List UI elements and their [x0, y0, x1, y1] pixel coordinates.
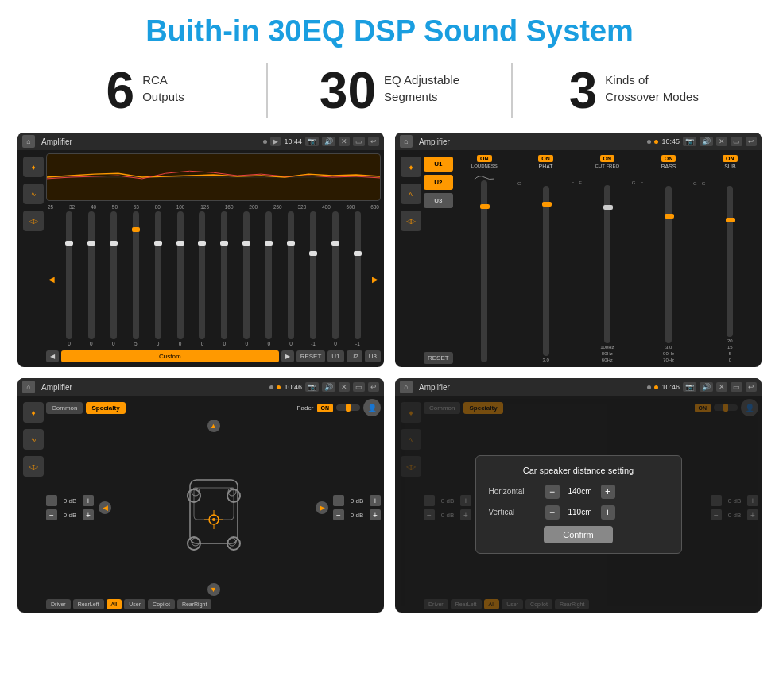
- ch-sub-slider[interactable]: [727, 186, 733, 337]
- dialog-vertical-minus[interactable]: −: [545, 505, 560, 520]
- back-icon-1[interactable]: ↩: [368, 137, 379, 146]
- eq-slider-4[interactable]: 0: [148, 211, 169, 346]
- eq-u2-btn[interactable]: U2: [347, 350, 362, 362]
- eq-slider-7[interactable]: 0: [214, 211, 234, 346]
- ch-cutfreq-slider[interactable]: [604, 185, 610, 343]
- ch-phat-on[interactable]: ON: [538, 155, 553, 162]
- vol-minus-2[interactable]: −: [333, 495, 344, 506]
- fader-main-panel: Common Specialty Fader ON 👤: [46, 399, 381, 609]
- close-icon-2[interactable]: ✕: [716, 137, 727, 146]
- eq-prev-btn[interactable]: ◀: [46, 350, 59, 362]
- ch-sub-on[interactable]: ON: [723, 155, 738, 162]
- vol-val-3: 0 dB: [347, 512, 367, 519]
- eq-reset-btn[interactable]: RESET: [296, 350, 326, 362]
- eq-slider-3[interactable]: 5: [126, 211, 146, 346]
- confirm-button[interactable]: Confirm: [544, 526, 613, 543]
- cross-tune-btn[interactable]: ♦: [401, 157, 421, 177]
- eq-play-btn[interactable]: ▶: [281, 350, 294, 362]
- eq-arrow-left[interactable]: ◀: [46, 211, 57, 346]
- dialog-vertical-plus[interactable]: +: [601, 505, 615, 520]
- pos-user-btn[interactable]: User: [124, 599, 145, 609]
- eq-slider-9[interactable]: 0: [258, 211, 279, 346]
- eq-speaker-btn[interactable]: ◁▷: [23, 211, 44, 231]
- avatar-btn-3[interactable]: 👤: [363, 399, 381, 416]
- vol-plus-0[interactable]: +: [83, 495, 94, 506]
- eq-u1-btn[interactable]: U1: [327, 350, 343, 362]
- eq-slider-13[interactable]: -1: [347, 211, 368, 346]
- back-icon-4[interactable]: ↩: [746, 382, 757, 392]
- ch-bass-on[interactable]: ON: [661, 155, 676, 162]
- back-icon-2[interactable]: ↩: [746, 137, 757, 146]
- freq-80: 80: [155, 204, 161, 210]
- vol-plus-2[interactable]: +: [370, 495, 381, 506]
- tab-specialty-3[interactable]: Specialty: [86, 402, 125, 414]
- home-icon-4[interactable]: ⌂: [400, 381, 413, 393]
- eq-tune-btn[interactable]: ♦: [23, 157, 44, 177]
- eq-slider-0[interactable]: 0: [59, 211, 79, 346]
- pos-all-btn[interactable]: All: [107, 599, 122, 609]
- close-icon-4[interactable]: ✕: [716, 382, 727, 392]
- volume-icon-2[interactable]: 🔊: [700, 137, 713, 146]
- back-icon-3[interactable]: ↩: [368, 382, 379, 392]
- cross-u2-btn[interactable]: U2: [424, 175, 453, 190]
- pos-driver-btn[interactable]: Driver: [46, 599, 71, 609]
- eq-slider-12[interactable]: 0: [325, 211, 346, 346]
- eq-u3-btn[interactable]: U3: [365, 350, 381, 362]
- tab-common-3[interactable]: Common: [46, 402, 83, 414]
- vol-plus-3[interactable]: +: [370, 509, 381, 520]
- dialog-row-vertical: Vertical − 110cm +: [489, 505, 669, 520]
- eq-slider-11[interactable]: -1: [303, 211, 324, 346]
- arrow-left-btn[interactable]: ◀: [99, 501, 111, 514]
- ch-loudness-slider[interactable]: [481, 180, 487, 362]
- fader-slider-h[interactable]: [336, 404, 360, 411]
- pos-rearright-btn[interactable]: RearRight: [177, 599, 212, 609]
- eq-slider-8[interactable]: 0: [236, 211, 257, 346]
- eq-slider-5[interactable]: 0: [170, 211, 191, 346]
- ch-bass-slider[interactable]: [665, 186, 672, 343]
- eq-preset-label: Custom: [61, 350, 279, 362]
- eq-slider-1[interactable]: 0: [81, 211, 102, 346]
- cross-wave-btn[interactable]: ∿: [401, 184, 421, 204]
- arrow-right-btn[interactable]: ▶: [316, 501, 328, 514]
- eq-arrow-right[interactable]: ▶: [370, 211, 381, 346]
- ch-loudness-on[interactable]: ON: [477, 155, 492, 162]
- play-icon-1[interactable]: ▶: [270, 137, 281, 146]
- freq-320: 320: [297, 204, 306, 210]
- eq-slider-10[interactable]: 0: [281, 211, 301, 346]
- eq-slider-2[interactable]: 0: [103, 211, 124, 346]
- dialog-horizontal-plus[interactable]: +: [601, 485, 615, 499]
- pos-copilot-btn[interactable]: Copilot: [148, 599, 175, 609]
- volume-icon-1[interactable]: 🔊: [322, 137, 335, 146]
- arrow-up-btn[interactable]: ▲: [207, 420, 220, 432]
- cross-reset-btn[interactable]: RESET: [424, 352, 453, 364]
- cross-u3-btn[interactable]: U3: [424, 193, 453, 208]
- home-icon-3[interactable]: ⌂: [22, 381, 35, 393]
- home-icon-1[interactable]: ⌂: [22, 135, 35, 148]
- freq-100: 100: [176, 204, 185, 210]
- eq-slider-6[interactable]: 0: [192, 211, 213, 346]
- volume-icon-4[interactable]: 🔊: [700, 382, 713, 392]
- ch-cutfreq-on[interactable]: ON: [600, 155, 615, 162]
- cross-u1-btn[interactable]: U1: [424, 157, 453, 172]
- freq-160: 160: [225, 204, 234, 210]
- status-bar-4: ⌂ Amplifier 10:46 📷 🔊 ✕ ▭ ↩: [395, 378, 762, 396]
- fader-on-badge[interactable]: ON: [317, 404, 334, 412]
- close-icon-1[interactable]: ✕: [339, 137, 350, 146]
- status-title-3: Amplifier: [38, 383, 266, 392]
- fader-speaker-btn[interactable]: ◁▷: [23, 456, 44, 477]
- vol-minus-1[interactable]: −: [46, 509, 57, 520]
- fader-wave-btn[interactable]: ∿: [23, 429, 44, 450]
- cross-speaker-btn[interactable]: ◁▷: [401, 211, 421, 231]
- volume-icon-3[interactable]: 🔊: [322, 382, 335, 392]
- arrow-down-btn[interactable]: ▼: [207, 583, 220, 596]
- vol-minus-0[interactable]: −: [46, 495, 57, 506]
- vol-plus-1[interactable]: +: [83, 509, 94, 520]
- fader-tune-btn[interactable]: ♦: [23, 402, 44, 423]
- close-icon-3[interactable]: ✕: [339, 382, 350, 392]
- dialog-horizontal-minus[interactable]: −: [545, 485, 560, 499]
- eq-wave-btn[interactable]: ∿: [23, 184, 44, 204]
- ch-phat-slider[interactable]: [543, 186, 549, 356]
- pos-rearleft-btn[interactable]: RearLeft: [73, 599, 104, 609]
- home-icon-2[interactable]: ⌂: [400, 135, 413, 148]
- vol-minus-3[interactable]: −: [333, 509, 344, 520]
